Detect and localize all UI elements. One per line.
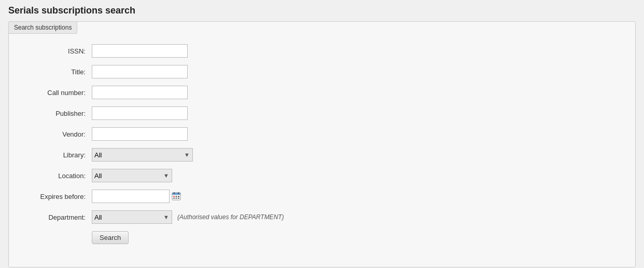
department-note: (Authorised values for DEPARTMENT) (177, 213, 284, 221)
publisher-row: Publisher: (30, 106, 614, 120)
svg-rect-1 (172, 193, 180, 195)
button-row: Search (30, 231, 614, 244)
callnumber-row: Call number: (30, 86, 614, 99)
callnumber-input[interactable] (92, 86, 188, 99)
svg-rect-5 (176, 196, 177, 197)
library-row: Library: All ▼ (30, 148, 614, 162)
department-row: Department: All ▼ (Authorised values for… (30, 210, 614, 224)
page-title: Serials subscriptions search (8, 5, 636, 16)
tab-panel: Search subscriptions ISSN: Title: Call n… (8, 21, 636, 267)
search-subscriptions-tab[interactable]: Search subscriptions (8, 21, 77, 34)
vendor-label: Vendor: (30, 130, 92, 138)
issn-label: ISSN: (30, 47, 92, 55)
svg-rect-4 (173, 196, 175, 197)
svg-rect-7 (173, 198, 175, 199)
vendor-row: Vendor: (30, 127, 614, 141)
title-label: Title: (30, 68, 92, 76)
expires-row: Expires before: (30, 190, 614, 203)
library-select[interactable]: All (92, 148, 193, 162)
library-label: Library: (30, 151, 92, 159)
issn-input[interactable] (92, 44, 188, 58)
svg-rect-8 (176, 198, 177, 199)
location-label: Location: (30, 172, 92, 180)
library-select-wrapper: All ▼ (92, 148, 193, 162)
calendar-icon[interactable] (172, 192, 181, 201)
callnumber-label: Call number: (30, 89, 92, 97)
title-row: Title: (30, 65, 614, 78)
department-label: Department: (30, 213, 92, 221)
vendor-input[interactable] (92, 127, 188, 141)
svg-rect-6 (178, 196, 179, 197)
publisher-label: Publisher: (30, 110, 92, 117)
svg-rect-9 (178, 198, 179, 199)
location-row: Location: All ▼ (30, 169, 614, 182)
department-select[interactable]: All (92, 210, 172, 224)
search-form: ISSN: Title: Call number: Publisher: Ven… (9, 34, 635, 267)
calendar-svg (172, 192, 181, 201)
search-button[interactable]: Search (92, 231, 129, 244)
expires-label: Expires before: (30, 193, 92, 200)
issn-row: ISSN: (30, 44, 614, 58)
title-input[interactable] (92, 65, 188, 78)
location-select[interactable]: All (92, 169, 172, 182)
location-select-wrapper: All ▼ (92, 169, 172, 182)
department-select-wrapper: All ▼ (92, 210, 172, 224)
expires-input[interactable] (92, 190, 170, 203)
publisher-input[interactable] (92, 106, 188, 120)
